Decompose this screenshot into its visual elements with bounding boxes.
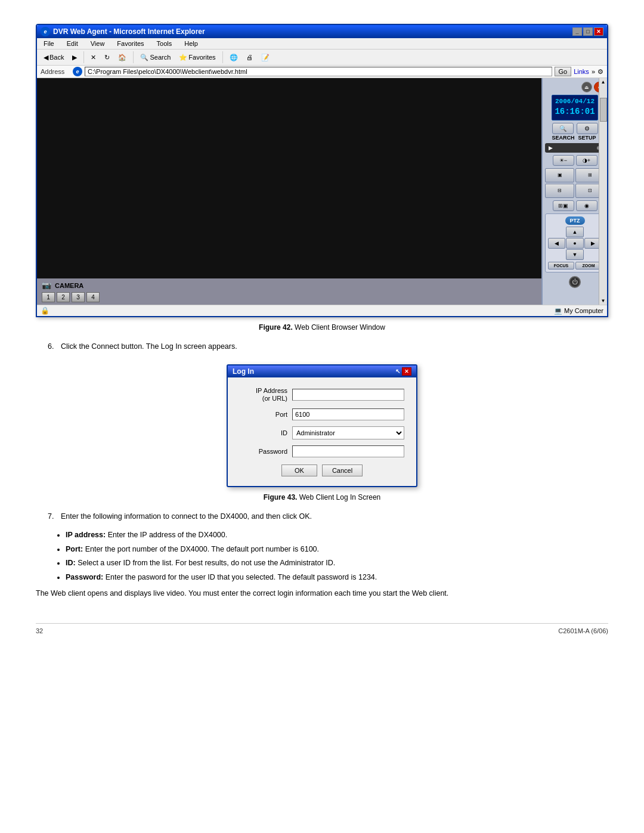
id-select[interactable]: Administrator User Guest	[292, 426, 404, 439]
toolbar-separator2	[133, 51, 134, 63]
home-button[interactable]: 🏠	[115, 52, 129, 63]
minimize-button[interactable]: _	[572, 27, 582, 36]
dvr-control-panel: ⏏ ● 2006/04/12 16:16:01 🔍 SEARCH ⚙ SETUP	[541, 78, 607, 305]
ptz-center-button[interactable]: ●	[566, 238, 583, 249]
cam-btn-2[interactable]: 2	[57, 292, 70, 302]
step7-number: 7.	[48, 512, 54, 521]
menu-file[interactable]: File	[42, 39, 56, 48]
brightness-button[interactable]: ☀−	[553, 155, 574, 166]
cancel-button[interactable]: Cancel	[322, 465, 363, 476]
setup-ctrl-label: SETUP	[578, 135, 596, 141]
forward-button[interactable]: ▶	[69, 52, 80, 63]
dvr-top-controls: ⏏ ●	[545, 82, 605, 92]
list-item: Port: Enter the port number of the DX400…	[66, 544, 608, 555]
browser-statusbar: 🔒 💻 My Computer	[37, 305, 607, 316]
page-number: 32	[36, 627, 43, 634]
my-computer-status: 💻 My Computer	[554, 307, 603, 315]
favorites-button[interactable]: ⭐ Favorites	[176, 52, 218, 63]
camera-label: CAMERA	[55, 282, 83, 289]
figure43-number: Figure 43.	[264, 493, 298, 501]
camera-icon: 📷	[42, 281, 51, 290]
setup-ctrl-button[interactable]: ⚙	[577, 123, 598, 134]
cam-btn-1[interactable]: 1	[42, 292, 55, 302]
menu-view[interactable]: View	[89, 39, 107, 48]
edit-button[interactable]: 📝	[258, 52, 273, 63]
toolbar-separator3	[222, 51, 223, 63]
figure42-text: Web Client Browser Window	[295, 323, 385, 332]
scrollbar-vertical[interactable]: ▲ ▼	[599, 78, 607, 305]
search-ctrl-label: SEARCH	[552, 135, 574, 141]
menu-edit[interactable]: Edit	[65, 39, 80, 48]
ok-button[interactable]: OK	[281, 465, 317, 476]
video-display	[37, 78, 541, 278]
scroll-up-arrow[interactable]: ▲	[600, 78, 607, 86]
maximize-button[interactable]: □	[583, 27, 593, 36]
bullet-text-0: Enter the IP address of the DX4000.	[108, 531, 228, 539]
search-setup-row: 🔍 SEARCH ⚙ SETUP	[545, 123, 605, 141]
datetime-display: 2006/04/12 16:16:01	[552, 95, 597, 120]
ip-address-input[interactable]	[292, 389, 404, 401]
step6-number: 6.	[48, 342, 54, 351]
titlebar-controls: _ □ ✕	[572, 27, 603, 36]
ptz-down-button[interactable]: ▼	[566, 249, 583, 260]
toolbar-separator	[83, 51, 84, 63]
login-dialog: Log In ↖ ✕ IP Address (or URL) Port ID A…	[227, 364, 417, 487]
eject-button[interactable]: ⏏	[581, 82, 592, 92]
my-computer-icon: 💻	[554, 307, 562, 315]
refresh-button[interactable]: ↻	[101, 52, 113, 63]
media-button[interactable]: 🌐	[227, 52, 241, 63]
playback-indicator: ▶	[549, 145, 553, 151]
browser-toolbar: ◀ Back ▶ ✕ ↻ 🏠 🔍 Search ⭐ Favorites 🌐 🖨 …	[37, 49, 607, 66]
single-layout-button[interactable]: ▣	[545, 168, 574, 182]
dialog-buttons: OK Cancel	[240, 465, 404, 479]
search-button[interactable]: 🔍 Search	[137, 52, 174, 63]
search-ctrl: 🔍 SEARCH	[552, 123, 574, 141]
password-input[interactable]	[292, 445, 404, 457]
contrast-button[interactable]: ◑+	[576, 155, 597, 166]
dialog-close-button[interactable]: ✕	[402, 367, 411, 376]
status-icon: 🔒	[41, 306, 49, 315]
menu-tools[interactable]: Tools	[155, 39, 174, 48]
bullet-text-3: Enter the pasword for the user ID that y…	[106, 573, 377, 581]
search-ctrl-button[interactable]: 🔍	[552, 123, 574, 134]
scroll-down-arrow[interactable]: ▼	[600, 297, 607, 305]
cam-btn-3[interactable]: 3	[72, 292, 85, 302]
cam-btn-4[interactable]: 4	[86, 292, 100, 302]
multicam-button[interactable]: ⊞▣	[553, 200, 574, 211]
ptz-up-button[interactable]: ▲	[566, 227, 583, 237]
dialog-titlebar: Log In ↖ ✕	[228, 366, 416, 377]
port-input[interactable]	[292, 408, 404, 420]
bullet-bold-3: Password:	[66, 573, 103, 581]
bullet-bold-0: IP address:	[66, 531, 106, 539]
step6-text: 6. Click the Connect button. The Log In …	[48, 341, 608, 352]
focus-button[interactable]: FOCUS	[548, 262, 574, 270]
address-input[interactable]	[85, 67, 552, 76]
ip-address-label: IP Address (or URL)	[240, 387, 287, 402]
brightness-row: ☀− ◑+	[545, 155, 605, 166]
dialog-title-controls: ↖ ✕	[395, 367, 411, 376]
ptz-left-button[interactable]: ◀	[548, 238, 565, 249]
power-button[interactable]: ⏻	[569, 276, 581, 288]
bullet-text-1: Enter the port number of the DX4000. The…	[85, 545, 319, 553]
links-label: Links	[574, 68, 589, 75]
port-row: Port	[240, 408, 404, 420]
dialog-title: Log In	[233, 367, 254, 376]
stop-button[interactable]: ✕	[88, 52, 99, 63]
dialog-container: Log In ↖ ✕ IP Address (or URL) Port ID A…	[36, 364, 608, 487]
toggle-button[interactable]: ◉	[576, 200, 597, 211]
go-button[interactable]: Go	[555, 67, 572, 76]
scroll-thumb[interactable]	[600, 98, 607, 122]
print-button[interactable]: 🖨	[243, 52, 256, 63]
list-item: Password: Enter the pasword for the user…	[66, 572, 608, 583]
back-button[interactable]: ◀ Back	[41, 52, 67, 63]
zoom-button[interactable]: ZOOM	[575, 262, 602, 270]
setup-ctrl: ⚙ SETUP	[577, 123, 598, 141]
dialog-body: IP Address (or URL) Port ID Administrato…	[228, 377, 416, 486]
password-row: Password	[240, 445, 404, 457]
menu-favorites[interactable]: Favorites	[115, 39, 145, 48]
multi-layout-button[interactable]: ⊟	[545, 184, 574, 198]
focus-zoom-row: FOCUS ZOOM	[548, 262, 602, 270]
close-button[interactable]: ✕	[594, 27, 603, 36]
browser-title: DVR Web Agent - Microsoft Internet Explo…	[53, 27, 205, 36]
menu-help[interactable]: Help	[182, 39, 200, 48]
